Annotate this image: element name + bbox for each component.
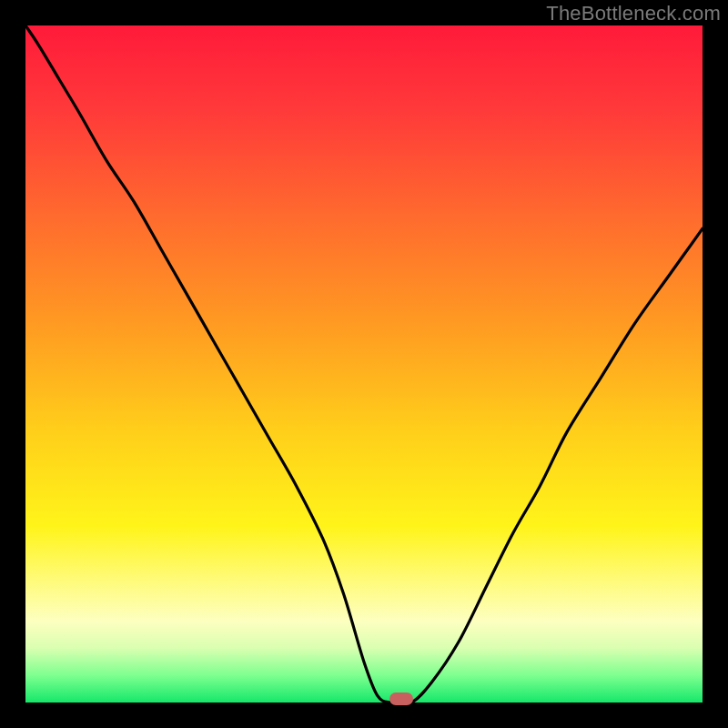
- chart-frame: TheBottleneck.com: [0, 0, 728, 728]
- curve-svg: [25, 25, 703, 703]
- watermark-text: TheBottleneck.com: [546, 2, 721, 25]
- optimal-point-marker: [389, 693, 413, 705]
- plot-area: [25, 25, 703, 703]
- bottleneck-curve-path: [25, 25, 703, 703]
